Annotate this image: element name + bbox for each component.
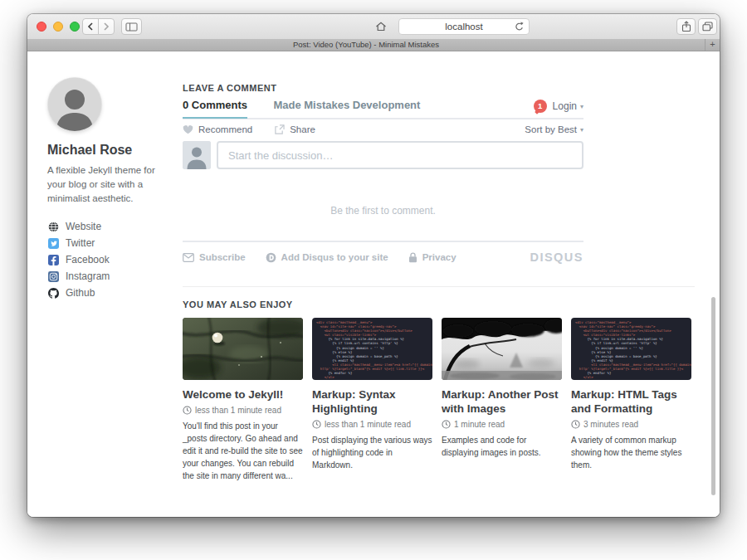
chevron-left-icon — [87, 22, 94, 31]
back-button[interactable] — [82, 18, 99, 35]
globe-icon — [47, 221, 59, 232]
read-time: 1 minute read — [442, 420, 562, 429]
sidebar-item-twitter[interactable]: Twitter — [47, 235, 165, 251]
sidebar-item-github[interactable]: Github — [47, 285, 165, 301]
related-card: <div class="masthead__menu"> <nav id="si… — [312, 318, 432, 482]
recommend-button[interactable]: Recommend — [183, 124, 252, 134]
sidebar-toggle-button[interactable] — [121, 18, 142, 35]
post-excerpt: A variety of common markup showing how t… — [571, 434, 691, 471]
read-time: less than 1 minute read — [183, 406, 303, 415]
notification-badge: 1 — [534, 100, 547, 113]
post-thumbnail[interactable] — [183, 318, 303, 380]
heart-icon — [183, 124, 193, 134]
sidebar-icon — [125, 22, 138, 32]
comment-editor — [183, 141, 583, 171]
post-title[interactable]: Markup: Syntax Highlighting — [312, 387, 432, 416]
twitter-icon — [47, 237, 59, 249]
divider — [183, 241, 583, 242]
clock-icon — [312, 420, 321, 429]
disqus-wordmark[interactable]: DISQUS — [530, 251, 583, 264]
close-window-button[interactable] — [37, 22, 46, 32]
clock-icon — [571, 420, 580, 429]
add-disqus-link[interactable]: Add Disqus to your site — [266, 252, 388, 263]
reload-button[interactable] — [514, 22, 525, 34]
post-excerpt: Post displaying the various ways of high… — [312, 434, 432, 471]
read-time-label: less than 1 minute read — [195, 406, 281, 415]
link-label: Website — [66, 221, 101, 232]
safari-window: localhost Post: Video (YouTube) - Minima… — [27, 14, 720, 517]
link-label: Instagram — [66, 270, 110, 282]
person-silhouette-icon — [48, 78, 101, 131]
read-time-label: 3 minutes read — [583, 420, 638, 429]
guest-avatar — [183, 141, 211, 169]
share-arrow-icon — [274, 124, 285, 134]
home-button[interactable] — [371, 18, 390, 35]
sidebar-item-instagram[interactable]: Instagram — [47, 268, 165, 285]
share-button[interactable] — [676, 18, 696, 35]
post-excerpt: Examples and code for displaying images … — [442, 434, 562, 459]
post-excerpt: You'll find this post in your _posts dir… — [183, 420, 303, 482]
add-disqus-label: Add Disqus to your site — [281, 252, 388, 262]
post-thumbnail[interactable]: <div class="masthead__menu"> <nav id="si… — [312, 318, 432, 380]
sidebar-item-website[interactable]: Website — [47, 218, 165, 235]
scrollbar-thumb[interactable] — [711, 297, 715, 495]
minimize-window-button[interactable] — [53, 22, 63, 32]
share-label: Share — [290, 124, 315, 134]
post-title[interactable]: Welcome to Jekyll! — [183, 387, 303, 402]
related-card: <div class="masthead__menu"> <nav id="si… — [571, 318, 691, 482]
chevron-right-icon — [103, 22, 110, 31]
chevron-down-icon: ▾ — [580, 126, 583, 134]
person-silhouette-icon — [183, 141, 211, 169]
post-title[interactable]: Markup: HTML Tags and Formatting — [571, 387, 691, 416]
instagram-icon — [47, 270, 59, 282]
active-tab[interactable]: Post: Video (YouTube) - Minimal Mistakes — [27, 39, 705, 51]
page-content: Michael Rose A flexible Jekyll theme for… — [27, 51, 720, 517]
screenshot-stage: localhost Post: Video (YouTube) - Minima… — [0, 0, 747, 560]
author-name: Michael Rose — [47, 143, 165, 158]
empty-state-text: Be the first to comment. — [183, 205, 583, 217]
facebook-icon — [47, 254, 59, 265]
link-label: Facebook — [66, 254, 110, 265]
related-card: Welcome to Jekyll! less than 1 minute re… — [183, 318, 303, 482]
login-label: Login — [553, 100, 577, 112]
related-posts-section: YOU MAY ALSO ENJOY — [183, 286, 695, 482]
address-bar[interactable]: localhost — [398, 18, 530, 35]
disqus-nav: 0 Comments Made Mistakes Development 1 L… — [183, 99, 583, 119]
tab-bar: Post: Video (YouTube) - Minimal Mistakes… — [27, 39, 720, 51]
post-thumbnail[interactable]: <div class="masthead__menu"> <nav id="si… — [571, 318, 691, 380]
author-avatar — [48, 78, 101, 131]
author-profile: Michael Rose A flexible Jekyll theme for… — [47, 76, 165, 314]
url-text: localhost — [445, 22, 482, 32]
sort-label: Sort by Best — [525, 124, 577, 134]
new-tab-button[interactable]: + — [705, 39, 720, 51]
login-control[interactable]: 1 Login ▾ — [534, 100, 583, 113]
foggy-tree-photo — [442, 318, 562, 380]
related-heading: YOU MAY ALSO ENJOY — [183, 299, 695, 309]
post-title[interactable]: Markup: Another Post with Images — [442, 387, 562, 416]
privacy-link[interactable]: Privacy — [408, 252, 456, 263]
share-thread-button[interactable]: Share — [274, 124, 315, 134]
comment-input[interactable] — [217, 141, 583, 169]
tab-overview-button[interactable] — [698, 18, 717, 35]
disqus-logo-icon — [266, 252, 276, 263]
clock-icon — [442, 420, 451, 429]
chevron-down-icon: ▾ — [580, 103, 583, 110]
envelope-icon — [183, 253, 194, 262]
disqus-footer: Subscribe Add Disqus to your site Privac… — [183, 251, 583, 264]
sort-dropdown[interactable]: Sort by Best ▾ — [525, 124, 583, 134]
lock-icon — [408, 252, 417, 263]
forward-button[interactable] — [98, 18, 115, 35]
subscribe-link[interactable]: Subscribe — [183, 252, 246, 262]
github-icon — [47, 287, 59, 299]
zoom-window-button[interactable] — [70, 22, 80, 32]
author-bio: A flexible Jekyll theme for your blog or… — [47, 163, 164, 206]
community-link[interactable]: Made Mistakes Development — [273, 99, 420, 111]
tab-comments-count[interactable]: 0 Comments — [183, 99, 247, 119]
read-time: less than 1 minute read — [312, 420, 432, 429]
sidebar-item-facebook[interactable]: Facebook — [47, 251, 165, 268]
clock-icon — [183, 406, 192, 415]
droplet-photo — [183, 318, 303, 380]
read-time: 3 minutes read — [571, 420, 691, 429]
read-time-label: 1 minute read — [454, 420, 505, 429]
post-thumbnail[interactable] — [442, 318, 562, 380]
